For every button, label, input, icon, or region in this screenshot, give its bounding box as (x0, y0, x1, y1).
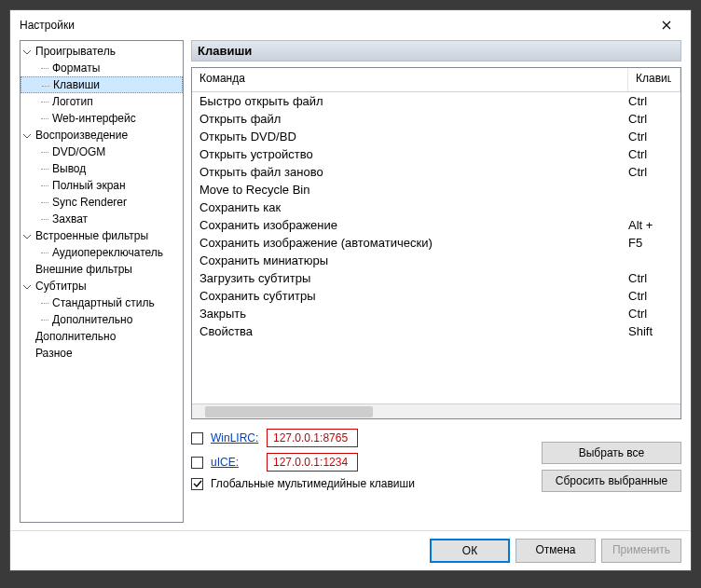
collapse-icon[interactable] (22, 130, 32, 140)
cell-command: Открыть устройство (199, 147, 628, 161)
collapse-icon[interactable] (22, 47, 32, 56)
table-row[interactable]: Открыть файл зановоCtrl (192, 163, 680, 181)
cell-key: Ctrl (628, 130, 673, 144)
tree-logo[interactable]: Логотип (21, 93, 183, 110)
cell-command: Открыть файл (199, 112, 628, 126)
tree-playback[interactable]: Воспроизведение (21, 127, 183, 144)
cell-key: Ctrl (628, 271, 673, 285)
section-title: Клавиши (191, 40, 681, 62)
h-scrollbar[interactable] (192, 403, 680, 418)
cell-key: Shift (628, 324, 673, 338)
check-icon (193, 479, 202, 488)
table-header: Команда Клавиши (192, 68, 680, 92)
table-row[interactable]: СвойстваShift (192, 322, 680, 340)
uice-checkbox[interactable] (191, 457, 203, 469)
winlirc-link[interactable]: WinLIRC: (211, 431, 259, 444)
tree-sync[interactable]: Sync Renderer (21, 194, 183, 211)
cell-key: Ctrl (628, 289, 673, 303)
table-row[interactable]: Сохранить изображение (автоматически)F5 (192, 234, 680, 252)
cell-key: Ctrl (628, 147, 673, 161)
tree-stdstyle[interactable]: Стандартный стиль (21, 294, 183, 311)
nav-tree[interactable]: Проигрыватель Форматы Клавиши Логотип We… (20, 40, 184, 523)
cell-command: Сохранить изображение (автоматически) (199, 236, 628, 250)
tree-player[interactable]: Проигрыватель (21, 43, 183, 60)
content-pane: Клавиши Команда Клавиши Быстро открыть ф… (191, 40, 681, 523)
cancel-button[interactable]: Отмена (515, 539, 596, 563)
dialog-footer: ОК Отмена Применить (10, 530, 691, 570)
table-row[interactable]: Сохранить субтитрыCtrl (192, 287, 680, 305)
reset-selected-button[interactable]: Сбросить выбранные (542, 470, 681, 492)
tree-subs[interactable]: Субтитры (21, 278, 183, 294)
tree-keys[interactable]: Клавиши (21, 76, 183, 93)
collapse-icon[interactable] (22, 281, 32, 291)
collapse-icon[interactable] (22, 231, 32, 240)
cell-key (628, 253, 673, 267)
tree-formats[interactable]: Форматы (21, 60, 183, 76)
table-row[interactable]: Move to Recycle Bin (192, 181, 680, 198)
settings-window: Настройки Проигрыватель Форматы Клавиши … (9, 9, 692, 571)
uice-address-input[interactable]: 127.0.0.1:1234 (267, 453, 358, 472)
cell-key: Ctrl (628, 165, 673, 179)
cell-key: Ctrl (628, 112, 673, 126)
cell-key (628, 200, 673, 214)
tree-advanced[interactable]: Дополнительно (21, 311, 183, 328)
cell-key: Ctrl (628, 307, 673, 321)
side-buttons: Выбрать все Сбросить выбранные (542, 442, 681, 496)
window-title: Настройки (20, 19, 75, 32)
table-row[interactable]: Быстро открыть файлCtrl (192, 92, 680, 110)
table-row[interactable]: Сохранить изображениеAlt + (192, 216, 680, 234)
tree-output[interactable]: Вывод (21, 160, 183, 177)
cell-command: Открыть файл заново (199, 165, 628, 179)
ok-button[interactable]: ОК (430, 539, 510, 563)
cell-command: Сохранить изображение (199, 218, 628, 232)
winlirc-checkbox[interactable] (191, 432, 203, 444)
cell-command: Быстро открыть файл (199, 94, 628, 108)
table-row[interactable]: Открыть DVD/BDCtrl (192, 128, 680, 145)
tree-fullscreen[interactable]: Полный экран (21, 177, 183, 194)
cell-command: Закрыть (199, 307, 628, 321)
global-media-label: Глобальные мультимедийные клавиши (211, 477, 415, 490)
table-row[interactable]: Открыть файлCtrl (192, 110, 680, 128)
tree-advanced2[interactable]: Дополнительно (21, 328, 183, 345)
tree-web[interactable]: Web-интерфейс (21, 110, 183, 127)
table-row[interactable]: Сохранить как (192, 198, 680, 216)
tree-intfilters[interactable]: Встроенные фильтры (21, 227, 183, 244)
col-key[interactable]: Клавиши (628, 68, 680, 91)
cell-key: Alt + (628, 218, 673, 232)
left-controls: WinLIRC: 127.0.0.1:8765 uICE: 127.0.0.1:… (191, 429, 532, 496)
cell-key: F5 (628, 236, 673, 250)
keys-table: Команда Клавиши Быстро открыть файлCtrlО… (191, 67, 681, 419)
uice-link[interactable]: uICE: (211, 456, 259, 469)
cell-key (628, 183, 673, 197)
cell-command: Сохранить субтитры (199, 289, 628, 303)
winlirc-address-input[interactable]: 127.0.0.1:8765 (267, 429, 358, 447)
tree-audioswitch[interactable]: Аудиопереключатель (21, 244, 183, 261)
cell-command: Сохранить миниатюры (199, 253, 628, 267)
table-row[interactable]: Открыть устройствоCtrl (192, 145, 680, 163)
cell-command: Move to Recycle Bin (199, 183, 628, 197)
col-command[interactable]: Команда (192, 68, 628, 91)
tree-dvdogm[interactable]: DVD/OGM (21, 144, 183, 160)
tree-capture[interactable]: Захват (21, 211, 183, 227)
apply-button[interactable]: Применить (601, 539, 681, 563)
cell-command: Загрузить субтитры (199, 271, 628, 285)
tree-extfilters[interactable]: Внешние фильтры (21, 261, 183, 278)
cell-command: Открыть DVD/BD (199, 130, 628, 144)
titlebar: Настройки (10, 10, 691, 40)
table-row[interactable]: Сохранить миниатюры (192, 252, 680, 269)
select-all-button[interactable]: Выбрать все (542, 442, 681, 464)
table-body[interactable]: Быстро открыть файлCtrlОткрыть файлCtrlО… (192, 92, 680, 403)
tree-misc[interactable]: Разное (21, 345, 183, 362)
cell-key: Ctrl (628, 94, 673, 108)
table-row[interactable]: ЗакрытьCtrl (192, 305, 680, 322)
table-row[interactable]: Загрузить субтитрыCtrl (192, 269, 680, 287)
cell-command: Свойства (199, 324, 628, 338)
dialog-body: Проигрыватель Форматы Клавиши Логотип We… (10, 40, 691, 530)
bottom-controls: WinLIRC: 127.0.0.1:8765 uICE: 127.0.0.1:… (191, 429, 681, 496)
close-button[interactable] (652, 16, 681, 34)
cell-command: Сохранить как (199, 200, 628, 214)
scrollbar-thumb[interactable] (205, 406, 373, 417)
global-media-checkbox[interactable] (191, 478, 203, 490)
close-icon (662, 21, 671, 30)
